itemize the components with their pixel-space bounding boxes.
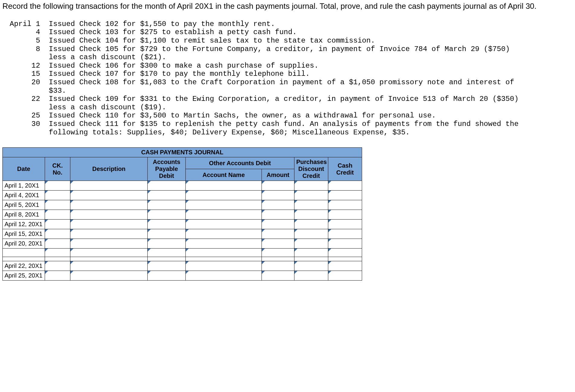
cell-description[interactable] <box>70 249 148 257</box>
cell-cash-credit[interactable] <box>328 181 362 191</box>
cell-amount[interactable] <box>262 249 294 257</box>
cell-date: April 8, 20X1 <box>3 210 45 220</box>
cell-pd-credit[interactable] <box>294 200 328 210</box>
cell-amount[interactable] <box>262 271 294 281</box>
cell-amount[interactable] <box>262 239 294 249</box>
cell-pd-credit[interactable] <box>294 210 328 220</box>
table-row: April 4, 20X1 <box>3 191 362 200</box>
cell-account-name[interactable] <box>186 229 262 239</box>
cell-ap-debit[interactable] <box>148 191 186 200</box>
cell-date: April 22, 20X1 <box>3 261 45 271</box>
cell-account-name[interactable] <box>186 271 262 281</box>
cell-account-name[interactable] <box>186 210 262 220</box>
cell-ap-debit[interactable] <box>148 271 186 281</box>
cell-ap-debit[interactable] <box>148 181 186 191</box>
cell-account-name[interactable] <box>186 261 262 271</box>
table-row: April 5, 20X1 <box>3 200 362 210</box>
cell-pd-credit[interactable] <box>294 249 328 257</box>
cell-cash-credit[interactable] <box>328 191 362 200</box>
cell-description[interactable] <box>70 239 148 249</box>
cell-date <box>3 249 45 257</box>
cell-amount[interactable] <box>262 210 294 220</box>
header-ck-no: CK. No. <box>45 157 70 181</box>
cell-cash-credit[interactable] <box>328 200 362 210</box>
cell-cash-credit[interactable] <box>328 261 362 271</box>
cell-cash-credit[interactable] <box>328 210 362 220</box>
cell-pd-credit[interactable] <box>294 220 328 229</box>
cell-amount[interactable] <box>262 261 294 271</box>
cell-account-name[interactable] <box>186 239 262 249</box>
cell-ap-debit[interactable] <box>148 229 186 239</box>
cell-pd-credit[interactable] <box>294 181 328 191</box>
table-row: April 8, 20X1 <box>3 210 362 220</box>
cell-description[interactable] <box>70 181 148 191</box>
cell-description[interactable] <box>70 271 148 281</box>
cell-pd-credit[interactable] <box>294 239 328 249</box>
table-row: April 22, 20X1 <box>3 261 362 271</box>
cell-account-name[interactable] <box>186 220 262 229</box>
cell-ck-no[interactable] <box>45 249 70 257</box>
cell-ck-no[interactable] <box>45 239 70 249</box>
cash-payments-journal-table: CASH PAYMENTS JOURNAL Date CK. No. Descr… <box>2 147 362 281</box>
cell-description[interactable] <box>70 220 148 229</box>
cell-date: April 20, 20X1 <box>3 239 45 249</box>
cell-cash-credit[interactable] <box>328 271 362 281</box>
cell-account-name[interactable] <box>186 181 262 191</box>
header-other-accounts: Other Accounts Debit <box>186 157 294 169</box>
cell-description[interactable] <box>70 210 148 220</box>
cell-cash-credit[interactable] <box>328 229 362 239</box>
table-row: April 12, 20X1 <box>3 220 362 229</box>
cell-ck-no[interactable] <box>45 210 70 220</box>
cell-date: April 4, 20X1 <box>3 191 45 200</box>
cell-cash-credit[interactable] <box>328 239 362 249</box>
cell-amount[interactable] <box>262 229 294 239</box>
header-account-name: Account Name <box>186 169 262 181</box>
header-amount: Amount <box>262 169 294 181</box>
cell-cash-credit[interactable] <box>328 249 362 257</box>
cell-date: April 12, 20X1 <box>3 220 45 229</box>
cell-amount[interactable] <box>262 181 294 191</box>
cell-ck-no[interactable] <box>45 220 70 229</box>
table-row <box>3 249 362 257</box>
header-date: Date <box>3 157 45 181</box>
cell-ck-no[interactable] <box>45 229 70 239</box>
cell-pd-credit[interactable] <box>294 261 328 271</box>
table-row: April 15, 20X1 <box>3 229 362 239</box>
cell-ap-debit[interactable] <box>148 239 186 249</box>
cell-description[interactable] <box>70 229 148 239</box>
cell-amount[interactable] <box>262 191 294 200</box>
cell-ck-no[interactable] <box>45 200 70 210</box>
cell-account-name[interactable] <box>186 191 262 200</box>
journal-title: CASH PAYMENTS JOURNAL <box>3 148 362 157</box>
transactions-list: April 1 Issued Check 102 for $1,550 to p… <box>10 20 573 137</box>
cell-ap-debit[interactable] <box>148 220 186 229</box>
cell-account-name[interactable] <box>186 249 262 257</box>
cell-ap-debit[interactable] <box>148 210 186 220</box>
cell-ap-debit[interactable] <box>148 261 186 271</box>
cell-ap-debit[interactable] <box>148 200 186 210</box>
cell-date: April 5, 20X1 <box>3 200 45 210</box>
cell-ck-no[interactable] <box>45 191 70 200</box>
cell-ck-no[interactable] <box>45 271 70 281</box>
cell-amount[interactable] <box>262 200 294 210</box>
cell-date: April 25, 20X1 <box>3 271 45 281</box>
cell-cash-credit[interactable] <box>328 220 362 229</box>
table-row: April 25, 20X1 <box>3 271 362 281</box>
cell-ck-no[interactable] <box>45 181 70 191</box>
header-ap-debit: Accounts Payable Debit <box>148 157 186 181</box>
cell-description[interactable] <box>70 191 148 200</box>
journal-body: April 1, 20X1April 4, 20X1April 5, 20X1A… <box>3 181 362 281</box>
header-cash-credit: Cash Credit <box>328 157 362 181</box>
cell-date: April 15, 20X1 <box>3 229 45 239</box>
cell-pd-credit[interactable] <box>294 271 328 281</box>
cell-pd-credit[interactable] <box>294 191 328 200</box>
cell-amount[interactable] <box>262 220 294 229</box>
cell-account-name[interactable] <box>186 200 262 210</box>
cell-ap-debit[interactable] <box>148 249 186 257</box>
cell-description[interactable] <box>70 200 148 210</box>
cell-ck-no[interactable] <box>45 261 70 271</box>
table-row: April 20, 20X1 <box>3 239 362 249</box>
cell-description[interactable] <box>70 261 148 271</box>
cell-pd-credit[interactable] <box>294 229 328 239</box>
table-spacer-row <box>3 257 362 261</box>
